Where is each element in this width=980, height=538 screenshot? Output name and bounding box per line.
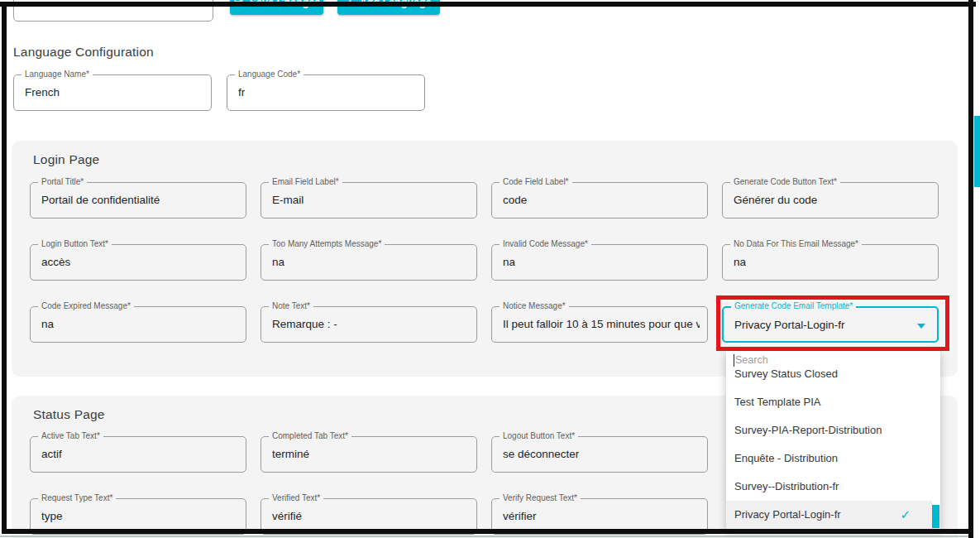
page-scrollbar-thumb[interactable] <box>974 116 980 187</box>
field-label: Verified Text* <box>269 493 323 503</box>
field-label: Too Many Attempts Message* <box>269 239 385 249</box>
notice-message-field[interactable]: Notice Message* Il peut falloir 10 à 15 … <box>491 306 708 343</box>
field-label: Code Expired Message* <box>38 301 134 311</box>
dropdown-options-list: Survey Status Closed Test Template PIA S… <box>726 370 940 529</box>
option-survey-distribution-fr[interactable]: Survey--Distribution-fr <box>726 473 940 501</box>
chevron-down-icon <box>917 324 925 329</box>
status-section-title: Status Page <box>33 407 105 422</box>
field-value: actif <box>41 448 62 460</box>
field-value: na <box>272 256 284 268</box>
invalid-code-message-field[interactable]: Invalid Code Message* na <box>491 244 708 281</box>
no-data-for-email-message-field[interactable]: No Data For This Email Message* na <box>722 244 939 281</box>
logout-button-text-field[interactable]: Logout Button Text* se déconnecter <box>491 436 708 473</box>
field-value: accès <box>41 256 70 268</box>
dropdown-search-input[interactable]: Search <box>726 351 940 370</box>
portal-title-field[interactable]: Portal Title* Portail de confidentialité <box>30 182 246 219</box>
option-test-template-pia[interactable]: Test Template PIA <box>726 388 940 416</box>
field-value: terminé <box>272 448 309 460</box>
field-value: Portail de confidentialité <box>41 194 160 206</box>
field-value: na <box>41 318 54 330</box>
field-value: fr <box>238 86 245 98</box>
login-section-title: Login Page <box>33 152 99 167</box>
active-tab-text-field[interactable]: Active Tab Text* actif <box>30 436 246 473</box>
email-template-dropdown: Search Survey Status Closed Test Templat… <box>726 351 940 529</box>
language-name-field[interactable]: Language Name* French <box>13 74 212 111</box>
field-value: se déconnecter <box>503 448 579 460</box>
field-label: Code Field Label* <box>500 177 572 187</box>
selected-value: Privacy Portal-Login-fr <box>734 319 845 331</box>
field-value: code <box>503 194 527 206</box>
field-value: vérifier <box>503 510 537 522</box>
window-border-bottom <box>2 529 973 534</box>
field-value: E-mail <box>272 194 304 206</box>
window-border-right <box>968 0 973 538</box>
field-label: Logout Button Text* <box>500 431 578 441</box>
window-border-top <box>0 2 976 7</box>
login-page-section: Login Page Portal Title* Portail de conf… <box>12 141 958 377</box>
field-label: Login Button Text* <box>38 239 112 249</box>
field-value: Générer du code <box>734 194 817 206</box>
code-field-label-field[interactable]: Code Field Label* code <box>491 182 708 219</box>
login-button-text-field[interactable]: Login Button Text* accès <box>30 244 246 281</box>
field-value: French <box>25 86 60 98</box>
field-label: Active Tab Text* <box>38 431 103 441</box>
option-privacy-portal-login-fr[interactable]: Privacy Portal-Login-fr ✓ <box>726 501 932 529</box>
generate-code-email-template-select[interactable]: Generate Code Email Template* Privacy Po… <box>722 306 939 343</box>
field-label: Request Type Text* <box>38 493 116 503</box>
generate-code-button-text-field[interactable]: Generate Code Button Text* Générer du co… <box>722 182 939 219</box>
field-label: No Data For This Email Message* <box>730 239 862 249</box>
option-survey-pia-report-distribution[interactable]: Survey-PIA-Report-Distribution <box>726 416 940 444</box>
field-label: Email Field Label* <box>269 177 342 187</box>
field-label: Language Code* <box>235 70 304 79</box>
bottom-edge-line <box>0 536 973 537</box>
language-configuration-page: Save Changes + Add Language Language Con… <box>0 0 980 538</box>
completed-tab-text-field[interactable]: Completed Tab Text* terminé <box>261 436 477 473</box>
field-value: type <box>41 510 63 522</box>
language-code-field[interactable]: Language Code* fr <box>227 74 425 111</box>
too-many-attempts-message-field[interactable]: Too Many Attempts Message* na <box>261 244 477 281</box>
code-expired-message-field[interactable]: Code Expired Message* na <box>30 306 246 343</box>
dropdown-scrollbar-thumb[interactable] <box>932 505 939 528</box>
field-value: na <box>734 256 746 268</box>
field-label: Completed Tab Text* <box>269 431 351 441</box>
option-survey-status-closed[interactable]: Survey Status Closed <box>726 370 940 388</box>
field-value: Remarque : - <box>272 318 337 330</box>
email-field-label-field[interactable]: Email Field Label* E-mail <box>261 182 477 219</box>
login-fields-grid: Portal Title* Portail de confidentialité… <box>30 182 939 343</box>
option-label: Privacy Portal-Login-fr <box>734 508 841 521</box>
field-label: Portal Title* <box>38 177 87 187</box>
field-value: vérifié <box>272 510 302 522</box>
text-cursor <box>734 354 734 367</box>
check-icon: ✓ <box>900 501 911 529</box>
field-label: Verify Request Text* <box>500 493 581 503</box>
field-label: Invalid Code Message* <box>500 239 591 249</box>
field-label: Generate Code Email Template* <box>731 301 856 311</box>
field-label: Note Text* <box>269 301 313 311</box>
search-placeholder: Search <box>735 354 768 366</box>
option-enquete-distribution[interactable]: Enquête - Distribution <box>726 444 940 473</box>
field-value: na <box>503 256 515 268</box>
page-title: Language Configuration <box>13 45 154 60</box>
field-label: Generate Code Button Text* <box>730 177 840 187</box>
window-border-left <box>2 2 7 534</box>
note-text-field[interactable]: Note Text* Remarque : - <box>261 306 477 343</box>
field-label: Notice Message* <box>500 301 569 311</box>
field-label: Language Name* <box>22 70 93 79</box>
field-value: Il peut falloir 10 à 15 minutes pour que… <box>503 318 700 330</box>
